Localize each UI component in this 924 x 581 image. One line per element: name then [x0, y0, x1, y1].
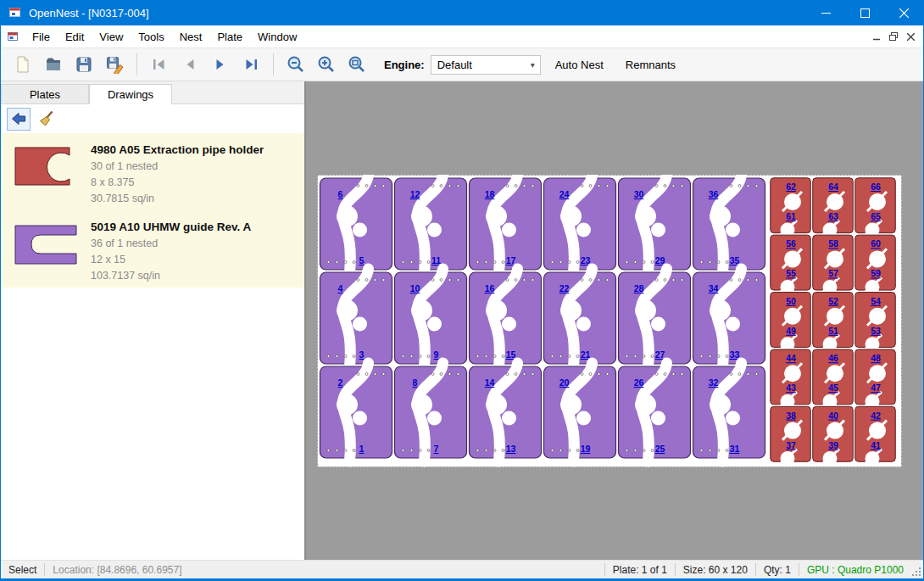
nested-part-pair[interactable]: 3837 [771, 406, 811, 466]
menu-plate[interactable]: Plate [209, 26, 250, 47]
nested-part-pair[interactable]: 5049 [771, 293, 811, 352]
nested-part-pair[interactable]: 5251 [813, 293, 854, 352]
remnants-button[interactable]: Remnants [618, 53, 683, 76]
nested-part-pair[interactable]: 1413 [470, 363, 542, 461]
first-plate-button[interactable] [144, 51, 175, 78]
part-number: 28 [634, 283, 644, 293]
nested-part-pair[interactable]: 1615 [470, 269, 542, 367]
nested-part-pair[interactable]: 87 [395, 363, 467, 461]
list-item[interactable]: 4980 A05 Extraction pipe holder 30 of 1 … [1, 133, 304, 210]
engine-label: Engine: [384, 59, 425, 71]
menu-file[interactable]: File [25, 26, 58, 47]
clear-drawings-button[interactable] [35, 108, 58, 131]
window-title: OpenNest - [N0317-004] [29, 7, 149, 20]
import-drawing-button[interactable] [7, 108, 31, 131]
zoom-in-icon [316, 54, 337, 75]
nested-part-pair[interactable]: 21 [320, 363, 392, 461]
part-number: 44 [786, 353, 796, 363]
nested-part-pair[interactable]: 2625 [619, 363, 691, 461]
engine-select[interactable]: Default ▾ [431, 55, 541, 75]
mdi-restore-button[interactable] [885, 28, 902, 45]
main-toolbar: Engine: Default ▾ Auto Nest Remnants [1, 48, 923, 81]
resize-grip[interactable] [911, 561, 923, 578]
part-number: 5 [359, 255, 365, 265]
nested-part-pair[interactable]: 5857 [813, 235, 854, 294]
close-button[interactable] [884, 0, 923, 25]
part-number: 15 [506, 349, 516, 360]
nest-canvas[interactable]: 6512111817242330293635431091615222128273… [306, 81, 923, 560]
part-number: 31 [730, 444, 740, 454]
part-thumbnail [1, 215, 91, 284]
mdi-minimize-button[interactable] [868, 28, 885, 45]
new-button[interactable] [8, 51, 38, 78]
nested-part-pair[interactable]: 5655 [771, 235, 811, 294]
menu-edit[interactable]: Edit [58, 26, 92, 47]
part-number: 37 [786, 440, 796, 450]
part-number: 57 [828, 268, 838, 278]
plate[interactable]: 6512111817242330293635431091615222128273… [317, 175, 902, 467]
list-item[interactable]: 5019 A10 UHMW guide Rev. A 36 of 1 neste… [1, 210, 304, 288]
last-plate-button[interactable] [236, 51, 266, 78]
part-size: 8 x 8.375 [91, 175, 264, 191]
save-as-button[interactable] [99, 51, 130, 78]
next-plate-button[interactable] [205, 51, 236, 78]
nested-part-pair[interactable]: 2423 [544, 175, 616, 273]
zoom-out-icon [286, 54, 306, 75]
menu-view[interactable]: View [92, 26, 131, 47]
part-number: 18 [485, 189, 495, 199]
tab-plates[interactable]: Plates [1, 84, 89, 103]
part-number: 29 [655, 255, 665, 265]
nested-part-pair[interactable]: 3231 [693, 363, 765, 461]
minimize-button[interactable] [806, 0, 845, 25]
mdi-close-button[interactable] [902, 28, 919, 45]
mdi-child-icon[interactable] [7, 31, 19, 43]
nested-part-pair[interactable]: 3635 [693, 175, 765, 273]
engine-value: Default [437, 59, 472, 71]
maximize-button[interactable] [845, 0, 884, 25]
tab-drawings[interactable]: Drawings [89, 84, 172, 104]
nested-part-pair[interactable]: 2019 [544, 363, 616, 461]
zoom-fit-button[interactable] [342, 51, 372, 78]
auto-nest-button[interactable]: Auto Nest [548, 53, 611, 76]
nested-part-pair[interactable]: 4847 [855, 349, 896, 409]
nested-part-pair[interactable]: 6059 [855, 235, 896, 294]
part-number: 22 [559, 283, 570, 293]
nested-part-pair[interactable]: 3029 [619, 175, 691, 273]
part-number: 23 [581, 255, 591, 265]
menu-window[interactable]: Window [250, 26, 304, 47]
nested-part-pair[interactable]: 5453 [855, 293, 896, 352]
nested-part-pair[interactable]: 65 [320, 175, 392, 273]
nested-part-pair[interactable]: 43 [320, 269, 392, 367]
part-number: 59 [871, 268, 881, 278]
nested-part-pair[interactable]: 3433 [693, 269, 765, 367]
nested-part-pair[interactable]: 4039 [813, 406, 854, 466]
part-nested-count: 30 of 1 nested [91, 159, 264, 175]
part-number: 17 [506, 255, 516, 265]
menu-nest[interactable]: Nest [172, 26, 210, 47]
save-button[interactable] [69, 51, 99, 78]
nested-part-pair[interactable]: 2221 [544, 269, 616, 367]
part-number: 42 [871, 411, 881, 421]
nested-part-pair[interactable]: 4645 [813, 349, 854, 409]
zoom-out-button[interactable] [281, 51, 311, 78]
nested-part-pair[interactable]: 109 [395, 269, 467, 367]
zoom-in-button[interactable] [311, 51, 342, 78]
part-number: 19 [581, 444, 591, 454]
nested-part-pair[interactable]: 1817 [470, 175, 542, 273]
nested-part-pair[interactable]: 1211 [395, 175, 467, 273]
nested-part-pair[interactable]: 4241 [855, 406, 896, 466]
nested-part-pair[interactable]: 6463 [813, 178, 854, 237]
save-icon [75, 55, 93, 74]
part-number: 64 [828, 182, 838, 192]
open-button[interactable] [38, 51, 69, 78]
part-number: 13 [506, 444, 516, 454]
nested-part-pair[interactable]: 2827 [619, 269, 691, 367]
part-size: 12 x 15 [91, 252, 251, 268]
part-number: 39 [828, 440, 838, 450]
nested-part-pair[interactable]: 6665 [855, 178, 896, 237]
menu-tools[interactable]: Tools [131, 26, 171, 47]
part-number: 12 [410, 189, 420, 199]
nested-part-pair[interactable]: 4443 [771, 349, 811, 409]
nested-part-pair[interactable]: 6261 [771, 178, 811, 237]
previous-plate-button[interactable] [175, 51, 205, 78]
